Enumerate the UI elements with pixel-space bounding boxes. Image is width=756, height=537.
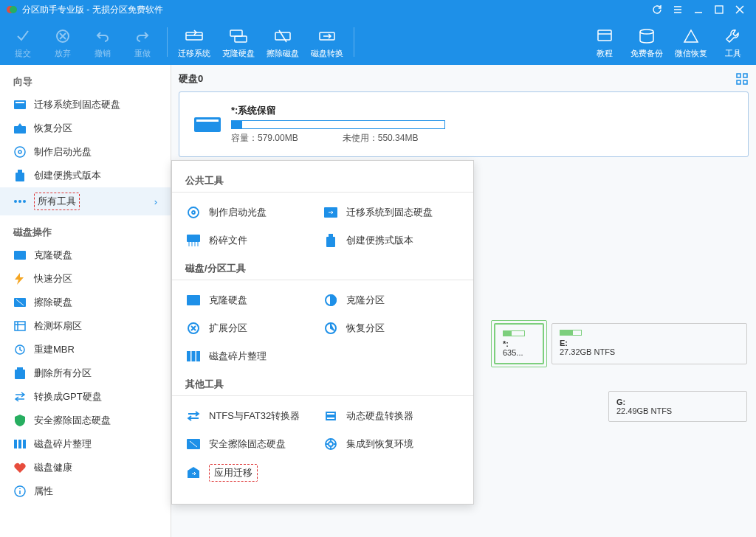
svg-point-34: [192, 211, 195, 214]
usb-icon: [13, 169, 27, 182]
minimize-icon[interactable]: [688, 1, 709, 18]
svg-point-33: [188, 207, 199, 218]
svg-point-10: [640, 30, 653, 34]
svg-rect-21: [14, 251, 26, 260]
svg-point-48: [329, 442, 333, 446]
grid-view-icon[interactable]: [735, 72, 749, 86]
sidebar-item-quick-partition[interactable]: 快速分区: [0, 267, 171, 291]
all-tools-popup: 公共工具 制作启动光盘 迁移系统到固态硬盘 粉碎文件 创建便携式版本 磁盘/分区…: [171, 160, 474, 505]
sidebar-item-migrate-ssd[interactable]: 迁移系统到固态硬盘: [0, 93, 171, 117]
popup-section-disk: 磁盘/分区工具: [172, 257, 473, 280]
popup-item-recover-partition[interactable]: 恢复分区: [323, 314, 460, 342]
svg-rect-5: [230, 30, 242, 36]
svg-rect-27: [14, 440, 17, 448]
svg-rect-32: [196, 119, 219, 122]
popup-item-app-migrate[interactable]: 应用迁移: [185, 458, 323, 488]
popup-item-migrate-ssd[interactable]: 迁移系统到固态硬盘: [323, 198, 460, 226]
sidebar-item-secure-erase-ssd[interactable]: 安全擦除固态硬盘: [0, 409, 171, 432]
close-icon[interactable]: [729, 1, 750, 18]
tools-button[interactable]: 工具: [713, 23, 753, 62]
svg-rect-13: [14, 126, 26, 134]
window-title: 分区助手专业版 - 无损分区免费软件: [22, 4, 163, 16]
popup-section-other: 其他工具: [172, 373, 473, 396]
partition-card[interactable]: *:系统保留 容量：579.00MB 未使用：550.34MB: [179, 91, 749, 157]
discard-button: 放弃: [43, 23, 83, 62]
svg-point-1: [10, 6, 17, 13]
popup-item-defrag[interactable]: 磁盘碎片整理: [185, 342, 323, 370]
partition-row-2: G: 22.49GB NTFS: [494, 391, 747, 422]
popup-item-integrate-recovery[interactable]: 集成到恢复环境: [323, 430, 460, 458]
app-logo-icon: [6, 4, 18, 15]
maximize-icon[interactable]: [709, 1, 729, 18]
svg-rect-25: [15, 370, 25, 379]
sidebar-item-delete-all[interactable]: 删除所有分区: [0, 361, 171, 385]
usage-bar: [231, 120, 445, 129]
partition-box[interactable]: *: 635...: [494, 323, 544, 364]
popup-item-extend-partition[interactable]: 扩展分区: [185, 314, 323, 342]
disc-icon: [13, 145, 27, 159]
svg-point-15: [18, 150, 21, 153]
wechat-recover-button[interactable]: 微信恢复: [669, 23, 713, 62]
svg-rect-23: [15, 322, 25, 330]
sidebar-item-recover-partition[interactable]: 恢复分区: [0, 117, 171, 140]
popup-item-clone-partition[interactable]: 克隆分区: [323, 286, 460, 314]
clone-disk-button[interactable]: 克隆硬盘: [216, 23, 261, 62]
svg-point-18: [14, 200, 17, 203]
partition-box[interactable]: E: 27.32GB NTFS: [551, 323, 747, 364]
migrate-os-button[interactable]: 迁移系统: [172, 23, 216, 62]
svg-rect-44: [192, 351, 196, 361]
svg-rect-43: [187, 351, 190, 361]
sidebar-item-wipe-disk[interactable]: 擦除硬盘: [0, 291, 171, 314]
wipe-disk-button[interactable]: 擦除磁盘: [261, 23, 305, 62]
menu-icon[interactable]: [667, 1, 688, 18]
sidebar-item-disk-health[interactable]: 磁盘健康: [0, 456, 171, 479]
ssd-migrate-icon: [13, 98, 27, 111]
popup-item-dynamic-convert[interactable]: 动态硬盘转换器: [323, 402, 460, 430]
sidebar-item-clone-disk[interactable]: 克隆硬盘: [0, 243, 171, 267]
sidebar-item-rebuild-mbr[interactable]: 重建MBR: [0, 338, 171, 361]
recover-icon: [13, 122, 27, 135]
popup-item-shred[interactable]: 粉碎文件: [185, 226, 323, 254]
backup-button[interactable]: 免费备份: [625, 23, 669, 62]
svg-point-20: [23, 200, 26, 203]
sidebar-item-all-tools[interactable]: 所有工具›: [0, 187, 171, 215]
chevron-right-icon: ›: [154, 196, 157, 207]
svg-rect-2: [715, 6, 723, 13]
svg-rect-11: [14, 100, 26, 109]
svg-rect-6: [235, 36, 247, 42]
disk-title: 硬盘0: [179, 72, 749, 86]
hdd-icon: [194, 116, 221, 134]
sidebar-item-properties[interactable]: 属性: [0, 479, 171, 503]
svg-rect-26: [17, 367, 23, 370]
tutorial-button[interactable]: 教程: [585, 23, 625, 62]
wizard-header: 向导: [0, 71, 171, 93]
sidebar-item-bad-sector[interactable]: 检测坏扇区: [0, 314, 171, 338]
popup-item-ntfs-fat32[interactable]: NTFS与FAT32转换器: [185, 402, 323, 430]
sidebar-item-portable[interactable]: 创建便携式版本: [0, 164, 171, 187]
svg-rect-37: [326, 237, 335, 247]
popup-item-boot-disc[interactable]: 制作启动光盘: [185, 198, 323, 226]
sidebar-item-convert-gpt[interactable]: 转换成GPT硬盘: [0, 385, 171, 409]
partition-row-1: *: 635... E: 27.32GB NTFS: [494, 323, 747, 364]
sidebar-item-defrag[interactable]: 磁盘碎片整理: [0, 432, 171, 456]
partition-box[interactable]: G: 22.49GB NTFS: [608, 391, 747, 422]
partition-name: *:系统保留: [231, 104, 733, 117]
sidebar-item-boot-disc[interactable]: 制作启动光盘: [0, 140, 171, 164]
popup-item-secure-erase[interactable]: 安全擦除固态硬盘: [185, 430, 323, 458]
svg-rect-4: [186, 32, 202, 40]
submit-button: 提交: [3, 23, 43, 62]
toolbar: 提交 放弃 撤销 重做 迁移系统 克隆硬盘 擦除磁盘 磁盘转换 教程 免费备份 …: [0, 19, 756, 65]
popup-item-portable[interactable]: 创建便携式版本: [323, 226, 460, 254]
redo-button: 重做: [123, 23, 162, 62]
dots-icon: [13, 195, 27, 208]
convert-disk-button[interactable]: 磁盘转换: [305, 23, 349, 62]
refresh-icon[interactable]: [647, 1, 667, 18]
popup-item-clone-disk[interactable]: 克隆硬盘: [185, 286, 323, 314]
svg-rect-28: [18, 440, 21, 448]
svg-rect-9: [598, 30, 611, 41]
svg-rect-45: [196, 351, 200, 361]
svg-rect-17: [18, 170, 22, 173]
popup-section-public: 公共工具: [172, 170, 473, 193]
titlebar: 分区助手专业版 - 无损分区免费软件: [0, 0, 756, 19]
svg-rect-16: [16, 173, 24, 181]
